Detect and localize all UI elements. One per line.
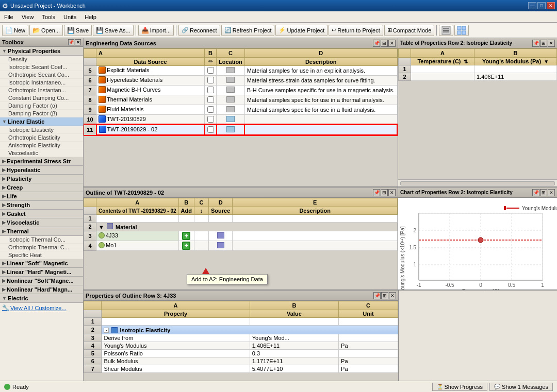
table-row[interactable]: 1 <box>84 318 398 326</box>
menu-help[interactable]: Help <box>80 13 101 21</box>
table-row[interactable]: 9 Fluid Materials Material samples speci… <box>84 105 398 115</box>
toolbox-header-buttons[interactable]: 📌 ✕ <box>68 39 81 45</box>
gasket-header[interactable]: ▶ Gasket <box>0 210 83 218</box>
table-row[interactable]: 3 Derive from Young's Mod... <box>84 334 398 342</box>
visco-header[interactable]: ▶ Viscoelastic <box>0 218 83 227</box>
life-header[interactable]: ▶ Life <box>0 192 83 201</box>
props-pin[interactable]: 📌 <box>373 292 381 299</box>
chart-pin[interactable]: 📌 <box>532 189 539 196</box>
table-row[interactable]: 6 Bulk Modulus 1.1717E+11 Pa <box>84 357 398 365</box>
toolbar-extra-2[interactable] <box>454 25 469 36</box>
chart-header-buttons[interactable]: 📌 ⊞ ✕ <box>532 189 555 196</box>
outline-float[interactable]: ⊞ <box>381 189 388 196</box>
eds-row7-checkbox[interactable] <box>207 87 214 93</box>
table-row[interactable]: 5 Poisson's Ratio 0.3 <box>84 349 398 357</box>
return-button[interactable]: ↩ Return to Project <box>329 25 383 36</box>
import-button[interactable]: 📥 Import... <box>138 25 174 36</box>
eds-row5-checkbox[interactable] <box>207 67 214 74</box>
reconnect-button[interactable]: 🔗 Reconnect <box>178 25 220 36</box>
table-row[interactable]: 8 Thermal Materials Material samples spe… <box>84 95 398 105</box>
props-scroll[interactable]: A B C Property Value Unit <box>84 301 398 381</box>
new-button[interactable]: 📄 New <box>2 25 28 36</box>
table-row[interactable]: 7 Shear Modulus 5.4077E+10 Pa <box>84 365 398 372</box>
eds-row8-checkbox[interactable] <box>207 96 214 103</box>
toolbox-item-iso-secant[interactable]: Isotropic Secant Coef... <box>0 63 83 71</box>
props-outline-buttons[interactable]: 📌 ⊞ ✕ <box>373 292 396 299</box>
status-right[interactable]: ⏳ Show Progress 💬 Show 1 Messages <box>432 383 553 391</box>
close-button[interactable]: ✕ <box>547 2 555 9</box>
hyperelastic-header[interactable]: ▶ Hyperelastic <box>0 166 83 175</box>
table-row[interactable]: 1 <box>399 65 557 73</box>
outline-close[interactable]: ✕ <box>388 189 396 196</box>
eds-float-button[interactable]: ⊞ <box>381 40 388 47</box>
eds-row11-checkbox[interactable] <box>207 126 214 133</box>
source-sort-icon[interactable]: ↕ <box>200 208 203 214</box>
electric-header[interactable]: ▼ Electric <box>0 294 83 303</box>
table-row[interactable]: 2 1.406E+11 <box>399 73 557 81</box>
view-all-link[interactable]: 🔧 View All / Customize... <box>0 303 83 313</box>
save-as-button[interactable]: 💾 Save As... <box>93 25 134 36</box>
toolbox-item-density[interactable]: Density <box>0 56 83 63</box>
add-button-3[interactable]: + <box>182 232 190 240</box>
props-close[interactable]: ✕ <box>389 292 396 299</box>
nl-hard-header[interactable]: ▶ Nonlinear "Hard"Magn... <box>0 285 83 294</box>
eds-header-buttons[interactable]: 📌 ⊞ ✕ <box>373 40 396 47</box>
creep-header[interactable]: ▶ Creep <box>0 183 83 192</box>
temp-sort-icon[interactable]: ⇅ <box>464 59 468 64</box>
table-row[interactable]: 11 TWT-20190829 - 02 <box>84 125 398 135</box>
add-button-4[interactable]: + <box>182 242 190 250</box>
table-props-float[interactable]: ⊞ <box>540 40 547 47</box>
thermal-header[interactable]: ▶ Thermal <box>0 227 83 236</box>
table-props-buttons[interactable]: 📌 ⊞ ✕ <box>532 40 555 47</box>
toolbar-extra-1[interactable] <box>439 25 453 36</box>
hscroll-track[interactable] <box>400 181 555 185</box>
table-row[interactable]: 5 Explicit Materials Material samples fo… <box>84 66 398 76</box>
hard-mag-header[interactable]: ▶ Linear "Hard" Magneti... <box>0 268 83 277</box>
maximize-button[interactable]: □ <box>537 2 546 9</box>
table-row[interactable]: 4 Young's Modulus 1.406E+11 Pa <box>84 342 398 349</box>
menu-file[interactable]: File <box>0 13 18 21</box>
eds-pin-button[interactable]: 📌 <box>373 40 380 47</box>
physical-properties-header[interactable]: ▼ Physical Properties <box>0 47 83 56</box>
props-float[interactable]: ⊞ <box>381 292 388 299</box>
nl-soft-header[interactable]: ▶ Nonlinear "Soft"Magne... <box>0 277 83 285</box>
menu-units[interactable]: Units <box>59 13 80 21</box>
toolbox-item-viscoelastic[interactable]: Viscoelastic <box>0 149 83 157</box>
toolbox-item-iso-thermal[interactable]: Isotropic Thermal Co... <box>0 236 83 244</box>
plasticity-header[interactable]: ▶ Plasticity <box>0 175 83 183</box>
toolbox-item-damp-alpha[interactable]: Damping Factor (α) <box>0 102 83 110</box>
show-messages-button[interactable]: 💬 Show 1 Messages <box>489 383 553 391</box>
toolbox-pin-button[interactable]: 📌 <box>68 39 74 45</box>
toolbox-item-ortho-thermal[interactable]: Orthotropic Thermal C... <box>0 244 83 251</box>
table-props-close[interactable]: ✕ <box>548 40 555 47</box>
chart-float[interactable]: ⊞ <box>540 189 547 196</box>
toolbox-item-damp-beta[interactable]: Damping Factor (β) <box>0 110 83 117</box>
toolbox-item-aniso-elasticity[interactable]: Anisotropic Elasticity <box>0 142 83 149</box>
table-row[interactable]: 6 Hyperelastic Materials Material stress… <box>84 76 398 86</box>
outline-pin[interactable]: 📌 <box>373 189 380 196</box>
outline-header-buttons[interactable]: 📌 ⊞ ✕ <box>373 189 396 196</box>
eds-row10-checkbox[interactable] <box>207 116 214 123</box>
toolbox-item-iso-elasticity[interactable]: Isotropic Elasticity <box>0 126 83 134</box>
update-button[interactable]: ⚡ Update Project <box>275 25 327 36</box>
props-section-row[interactable]: 2 - Isotropic Elasticity <box>84 326 398 334</box>
exp-stress-header[interactable]: ▶ Experimental Stress Str <box>0 157 83 166</box>
toolbox-close-button[interactable]: ✕ <box>75 39 81 45</box>
toolbox-item-const-damp[interactable]: Constant Damping Co... <box>0 94 83 102</box>
table-props-hscroll[interactable] <box>398 179 557 186</box>
eds-row9-checkbox[interactable] <box>207 106 214 113</box>
outline-material-section[interactable]: 2 ▼ Material <box>84 223 398 231</box>
toolbox-item-iso-inst[interactable]: Isotropic Instantaneo... <box>0 79 83 87</box>
chart-close[interactable]: ✕ <box>548 189 555 196</box>
modulus-sort-icon[interactable]: ▼ <box>544 59 549 64</box>
menu-tools[interactable]: Tools <box>38 13 59 21</box>
save-button[interactable]: 💾 Save <box>64 25 92 36</box>
toolbox-item-specific-heat[interactable]: Specific Heat <box>0 251 83 259</box>
soft-mag-header[interactable]: ▶ Linear "Soft" Magnetic <box>0 259 83 268</box>
linear-elastic-header[interactable]: ▼ Linear Elastic <box>0 117 83 126</box>
toolbox-item-ortho-secant[interactable]: Orthotropic Secant Co... <box>0 71 83 79</box>
open-button[interactable]: 📂 Open... <box>29 25 63 36</box>
eds-table-scroll[interactable]: A B C D Data Source ✏ Location Descripti… <box>84 48 398 186</box>
eds-row6-checkbox[interactable] <box>207 77 214 83</box>
table-props-pin[interactable]: 📌 <box>532 40 539 47</box>
